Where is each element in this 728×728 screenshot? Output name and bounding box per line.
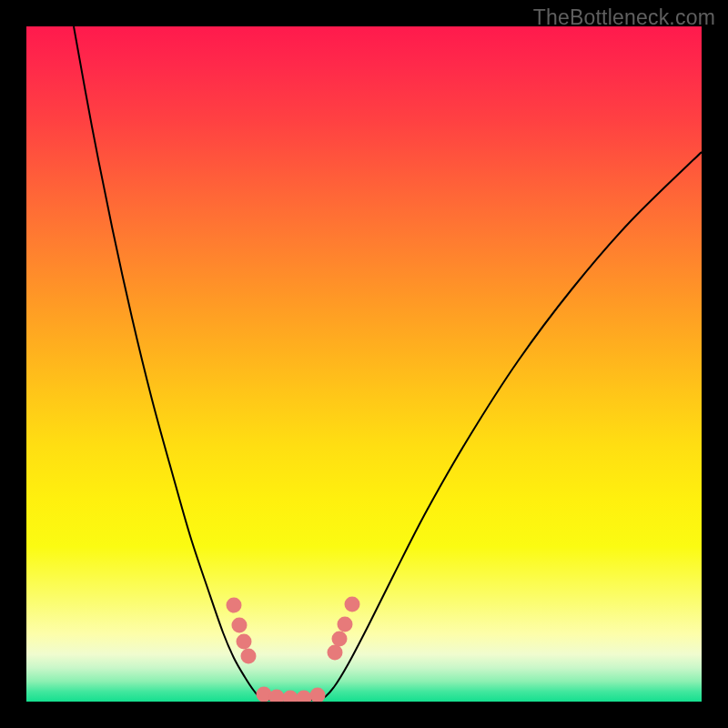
curve-marker	[283, 691, 298, 703]
curve-marker	[269, 690, 285, 703]
curve-markers	[227, 597, 360, 703]
curve-marker	[297, 691, 312, 703]
curve-marker	[237, 634, 252, 650]
curve-marker	[338, 617, 353, 632]
chart-frame: TheBottleneck.com	[0, 0, 728, 728]
curve-marker	[227, 598, 242, 613]
curve-marker	[332, 632, 348, 647]
curve-marker	[328, 645, 343, 661]
curve-layer	[26, 26, 702, 702]
curve-marker	[310, 688, 326, 703]
plot-area	[26, 26, 702, 702]
curve-marker	[345, 597, 360, 612]
bottleneck-curve	[74, 26, 702, 700]
curve-marker	[241, 649, 257, 664]
curve-marker	[232, 618, 248, 633]
watermark: TheBottleneck.com	[533, 5, 715, 30]
